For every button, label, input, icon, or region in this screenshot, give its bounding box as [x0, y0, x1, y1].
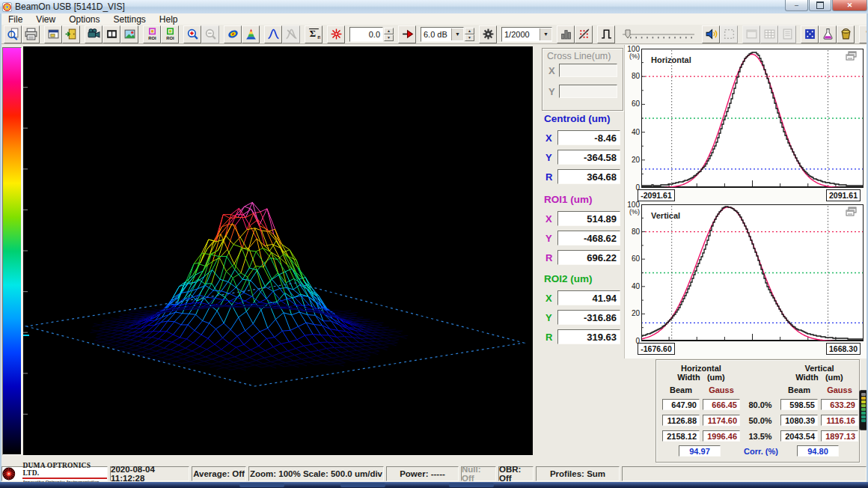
gain-select[interactable]: 6.0 dB▼ [421, 27, 464, 42]
view-3d-button[interactable] [242, 25, 260, 43]
laser-burst-icon [2, 467, 21, 481]
close-button[interactable]: ✕ [832, 0, 867, 11]
roi2-title: ROI2 (um) [544, 273, 593, 284]
v-correlation: 94.80 [797, 445, 839, 457]
gauss-fit-button[interactable] [264, 25, 282, 43]
menu-view[interactable]: View [29, 14, 62, 25]
cross-line-y-input[interactable] [559, 85, 617, 98]
attenuation-slider[interactable] [620, 27, 697, 42]
taskbar-item[interactable] [239, 483, 284, 487]
horizontal-chart-label: Horizontal [651, 55, 691, 64]
v-gauss-13: 1897.13 [821, 430, 858, 442]
laser-button[interactable] [327, 25, 345, 43]
centroid-r-label: R [545, 171, 556, 183]
h-gauss-50: 1174.60 [703, 415, 740, 426]
correlation-label: Corr. (%) [735, 447, 787, 456]
os-taskbar[interactable] [0, 482, 868, 488]
vertical-profile-chart: 100 (%) Vertical -1676.60 1668.30 806040… [626, 202, 867, 356]
v-beam-50: 1080.39 [780, 415, 818, 426]
pattern-button[interactable] [801, 25, 819, 43]
test-button[interactable] [819, 25, 837, 43]
film-icon [106, 28, 118, 40]
menu-options[interactable]: Options [62, 14, 106, 25]
gauss-off-icon [285, 28, 298, 40]
slider-thumb[interactable] [626, 30, 630, 38]
camera-button[interactable] [85, 25, 103, 43]
width-table: Horizontal Width (um) Vertical Width (um… [655, 359, 860, 463]
cascade-windows-icon[interactable] [846, 207, 858, 217]
zoom-out-icon [204, 28, 217, 40]
menu-file[interactable]: File [1, 14, 29, 25]
beam-3d-view[interactable] [23, 46, 533, 455]
roi2-y-label: Y [545, 312, 556, 323]
h-gauss-13: 1996.46 [703, 430, 740, 442]
fill-button[interactable] [837, 25, 855, 43]
offset-spinner[interactable]: ▲▼ [384, 28, 394, 41]
grid-button [760, 25, 778, 43]
svg-text:Σ: Σ [309, 28, 315, 39]
horizontal-profile-plot [641, 49, 864, 188]
camera-icon [88, 28, 100, 40]
image-view-button[interactable] [120, 25, 138, 43]
dots-button[interactable] [575, 25, 593, 43]
fan-button[interactable] [479, 25, 497, 43]
histogram-button[interactable] [557, 25, 575, 43]
spinner-down[interactable]: ▼ [384, 34, 394, 41]
pulse-button[interactable] [597, 25, 615, 43]
minimize-button[interactable]: – [785, 0, 808, 11]
menu-settings[interactable]: Settings [107, 14, 153, 25]
roi2-button[interactable]: ROI [161, 25, 179, 43]
sum-profiles-button[interactable]: Σn [305, 25, 323, 43]
exit-button[interactable] [62, 25, 80, 43]
cascade-windows-icon[interactable] [846, 51, 858, 61]
y-axis-label: 80 [626, 228, 640, 236]
spinner-up[interactable]: ▲ [465, 28, 474, 34]
gear-icon [482, 28, 495, 40]
setup-button[interactable] [44, 25, 62, 43]
menu-help[interactable]: Help [153, 14, 185, 25]
open-report-button[interactable] [4, 25, 22, 43]
h-beam-13: 2158.12 [662, 430, 700, 442]
printer-icon [25, 28, 37, 40]
status-zoom-scale: Zoom: 100% Scale: 500.0 um/div [248, 466, 384, 481]
v-gauss-80: 633.29 [821, 399, 858, 410]
maximize-button[interactable] [809, 0, 831, 11]
window-border-left [0, 13, 1, 482]
taskbar-item[interactable] [340, 483, 385, 487]
print-button[interactable] [22, 25, 40, 43]
film-button[interactable] [103, 25, 120, 43]
toolbar: ROIROIΣn0.0▲▼6.0 dB▼▲▼1/2000▼? [1, 25, 867, 44]
level-segment [861, 412, 866, 415]
v-width-header: Vertical [789, 364, 849, 373]
roi1-r-label: R [545, 252, 556, 263]
gain-spinner[interactable]: ▲▼ [465, 28, 474, 41]
cross-line-group: Cross Line(um) X Y [542, 48, 623, 111]
offset-field[interactable]: 0.0 [349, 27, 383, 42]
v-beam-80: 598.55 [780, 399, 818, 410]
chevron-down-icon[interactable]: ▼ [540, 28, 551, 40]
y-axis-label: 80 [626, 72, 640, 80]
v-gauss-50: 1116.16 [821, 415, 858, 426]
zoom-in-button[interactable] [183, 25, 201, 43]
level-13: 13.5% [744, 432, 777, 441]
view-2d-button[interactable] [224, 25, 242, 43]
h-width-header: Horizontal [671, 364, 731, 373]
taskbar-item[interactable] [449, 483, 494, 487]
cross-line-x-input[interactable] [559, 64, 617, 77]
spinner-up[interactable]: ▲ [384, 28, 394, 34]
gain-arrow-icon [401, 28, 414, 40]
cross-line-title: Cross Line(um) [547, 51, 611, 61]
centroid-r-value: 364.68 [557, 169, 620, 184]
roi1-button[interactable]: ROI [143, 25, 161, 43]
shutter-select[interactable]: 1/2000▼ [501, 27, 552, 42]
svg-text:ROI: ROI [148, 36, 156, 40]
level-segment [861, 415, 866, 418]
sound-button[interactable] [702, 25, 720, 43]
spinner-down[interactable]: ▼ [465, 34, 474, 41]
apply-gain-button[interactable] [398, 25, 416, 43]
chevron-down-icon[interactable]: ▼ [451, 28, 463, 40]
roi2-r-value: 319.63 [557, 329, 620, 344]
centroid-y-label: Y [545, 152, 556, 163]
speaker-icon [705, 28, 718, 40]
level-50: 50.0% [744, 416, 777, 425]
